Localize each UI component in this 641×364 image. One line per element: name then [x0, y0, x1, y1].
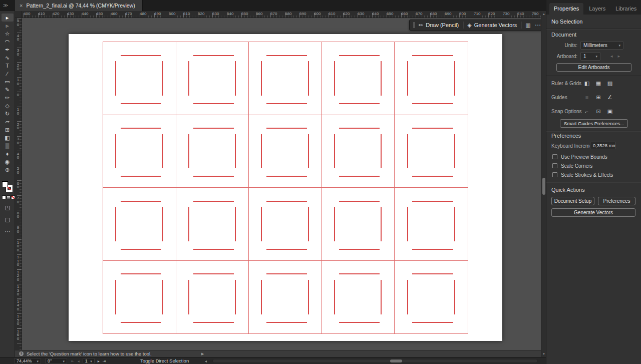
edit-artboards-button[interactable]: Edit Artboards [556, 63, 631, 72]
color-button[interactable] [2, 195, 6, 199]
change-screen-mode-icon[interactable]: ▢ [3, 215, 12, 223]
pattern-cell[interactable] [322, 42, 395, 115]
pattern-cell[interactable] [103, 188, 176, 261]
pattern-cell[interactable] [103, 261, 176, 334]
pen-tool[interactable]: ✒ [2, 46, 14, 54]
more-options-icon[interactable]: ⋯ [535, 22, 541, 29]
rotate-tool[interactable]: ↻ [2, 110, 14, 118]
pattern-segment [121, 249, 161, 250]
blend-tool[interactable]: ◉ [2, 158, 14, 166]
vertical-ruler[interactable]: 5 04 03 02 01 001 02 03 04 05 06 07 08 0… [15, 18, 22, 350]
vertical-scrollbar[interactable]: ▲ ▼ [541, 11, 546, 357]
artboard[interactable] [69, 34, 502, 341]
pattern-cell[interactable] [395, 42, 468, 115]
artboard-dropdown[interactable]: 1 ▾ [580, 52, 600, 61]
rotation-dropdown[interactable]: 0° ▾ [45, 358, 67, 364]
show-grid-icon[interactable]: ▦ [594, 80, 603, 88]
checkbox[interactable] [552, 172, 557, 177]
checkbox[interactable] [552, 154, 557, 159]
type-tool[interactable]: T [2, 62, 14, 70]
lasso-tool[interactable]: ◠ [2, 38, 14, 46]
show-transparency-grid-icon[interactable]: ▨ [605, 80, 614, 88]
show-rulers-icon[interactable]: ◧ [582, 80, 591, 88]
artboard-number-dropdown[interactable]: 1 ▾ [83, 358, 95, 364]
smart-guides-preferences-button[interactable]: Smart Guides Preferences... [560, 119, 628, 128]
pattern-cell[interactable] [395, 188, 468, 261]
scale-tool[interactable]: ▱ [2, 118, 14, 126]
ruler-origin-corner[interactable] [15, 11, 22, 18]
checkbox[interactable] [552, 163, 557, 168]
none-button[interactable] [11, 195, 15, 199]
pattern-cell[interactable] [322, 188, 395, 261]
pattern-cell[interactable] [249, 115, 322, 188]
gradient-tool[interactable]: ▒ [2, 142, 14, 150]
last-artboard-icon[interactable]: ⇥ [103, 359, 106, 363]
pattern-cell[interactable] [176, 188, 249, 261]
lock-guides-icon[interactable]: ⊞ [594, 94, 603, 102]
drawing-modes-icon[interactable]: ◳ [3, 203, 12, 211]
snap-to-pixel-icon[interactable]: ▣ [605, 108, 614, 116]
pattern-cell[interactable] [249, 42, 322, 115]
next-artboard-icon[interactable]: ▸ [98, 359, 100, 363]
help-icon[interactable]: ? [19, 351, 24, 356]
pattern-cell[interactable] [322, 261, 395, 334]
make-guides-icon[interactable]: ∠ [605, 94, 614, 102]
curvature-tool[interactable]: ∿ [2, 54, 14, 62]
magic-wand-tool[interactable]: ☆ [2, 30, 14, 38]
tab-overflow-icon[interactable]: ≫ [3, 3, 8, 8]
close-icon[interactable]: × [20, 3, 23, 9]
pattern-cell[interactable] [103, 42, 176, 115]
generate-vectors-button[interactable]: ◈ Generate Vectors [467, 22, 517, 28]
horizontal-scrollbar[interactable] [212, 359, 538, 363]
snap-to-grid-icon[interactable]: ⊡ [594, 108, 603, 116]
pattern-cell[interactable] [395, 261, 468, 334]
previous-artboard-icon[interactable]: ◂ [78, 359, 80, 363]
vertical-scrollbar-thumb[interactable] [542, 178, 545, 195]
status-flyout-icon[interactable]: ▶ [201, 352, 204, 356]
pattern-cell[interactable] [249, 261, 322, 334]
tab-properties[interactable]: Properties [549, 3, 583, 15]
pattern-cell[interactable] [176, 115, 249, 188]
zoom-level-dropdown[interactable]: 74,44% ▾ [14, 358, 41, 364]
document-tab[interactable]: × Pattern_2_final.ai @ 74,44 % (CMYK/Pre… [15, 0, 143, 11]
pattern-cell[interactable] [322, 115, 395, 188]
tab-layers[interactable]: Layers [584, 3, 610, 15]
pattern-cell[interactable] [103, 115, 176, 188]
horizontal-ruler[interactable]: 4004104204304404504604704804905005105205… [15, 11, 541, 18]
paintbrush-tool[interactable]: ✎ [2, 86, 14, 94]
eyedropper-tool[interactable]: ♦ [2, 150, 14, 158]
pattern-cell[interactable] [176, 261, 249, 334]
rectangle-tool[interactable]: ▭ [2, 78, 14, 86]
pattern-cell[interactable] [249, 188, 322, 261]
scroll-left-icon[interactable]: ◂ [205, 359, 207, 363]
horizontal-scrollbar-thumb[interactable] [390, 359, 402, 362]
shape-builder-tool[interactable]: ◧ [2, 134, 14, 142]
snap-to-point-icon[interactable]: ⌐ [582, 108, 591, 116]
direct-selection-tool[interactable]: ▹ [2, 22, 14, 30]
pencil-tool[interactable]: ✏ [2, 94, 14, 102]
previous-artboard-icon[interactable]: ◂ [610, 52, 613, 61]
generate-vectors-panel-button[interactable]: Generate Vectors [551, 208, 635, 217]
pattern-segment [266, 55, 307, 56]
preferences-button[interactable]: Preferences [598, 197, 635, 205]
show-guides-icon[interactable]: ≡ [582, 94, 591, 102]
keyboard-increment-input[interactable]: 0,3528 mm [590, 142, 616, 149]
panel-view-icon[interactable]: ▥ [525, 23, 530, 28]
units-dropdown[interactable]: Millimeters ▾ [580, 41, 623, 50]
first-artboard-icon[interactable]: ⇤ [71, 359, 75, 363]
tab-libraries[interactable]: Libraries [611, 3, 641, 15]
gradient-button[interactable] [7, 195, 11, 199]
selection-tool[interactable]: ▸ [2, 14, 14, 22]
toolbar-drag-handle[interactable] [413, 22, 415, 28]
draw-pencil-button[interactable]: ✏ Draw (Pencil) [419, 22, 459, 28]
next-artboard-icon[interactable]: ▸ [618, 52, 620, 61]
document-setup-button[interactable]: Document Setup [551, 197, 594, 205]
line-segment-tool[interactable]: ∕ [2, 70, 14, 78]
edit-toolbar-icon[interactable]: ⋯ [3, 227, 12, 235]
pattern-cell[interactable] [176, 42, 249, 115]
zoom-tool[interactable]: ⊕ [2, 166, 14, 174]
free-transform-tool[interactable]: ⊞ [2, 126, 14, 134]
eraser-tool[interactable]: ◇ [2, 102, 14, 110]
fill-swatch[interactable] [2, 181, 8, 187]
pattern-cell[interactable] [395, 115, 468, 188]
